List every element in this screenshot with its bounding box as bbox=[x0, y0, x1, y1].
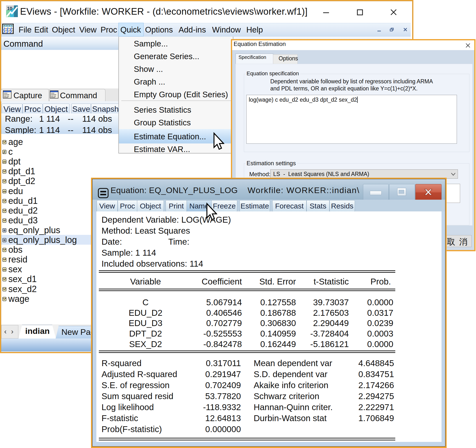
svg-text:abc: abc bbox=[3, 190, 6, 193]
svg-text:10: 10 bbox=[7, 6, 12, 11]
svg-text:abc: abc bbox=[3, 268, 6, 271]
svg-text:β: β bbox=[3, 150, 5, 154]
svg-text:abc: abc bbox=[3, 161, 6, 163]
